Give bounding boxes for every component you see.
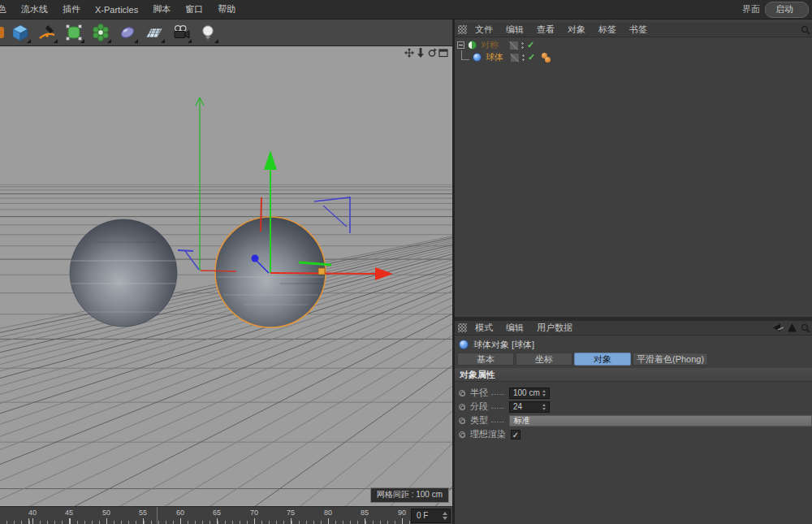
layer-swatch-icon[interactable]	[510, 41, 518, 50]
radius-spinner[interactable]	[541, 389, 547, 397]
right-panel: 文件 编辑 查看 对象 标签 书签 对称 ✓ 球体 ✓	[455, 19, 812, 524]
y-axis-arrowhead[interactable]	[264, 150, 277, 170]
orbit-icon[interactable]	[427, 48, 437, 58]
tree-branch-line	[461, 50, 469, 60]
current-frame-field[interactable]: 0 F	[411, 509, 451, 523]
menu-window[interactable]: 窗口	[178, 3, 210, 15]
type-dropdown[interactable]: 标准	[509, 415, 812, 427]
visibility-dots-icon[interactable]	[521, 41, 524, 49]
sphere-mirrored[interactable]	[70, 219, 177, 327]
dropdown-corner	[161, 39, 165, 43]
subdivision-surface-button[interactable]	[63, 22, 84, 43]
frame-marker[interactable]	[157, 507, 158, 524]
floor-button[interactable]	[144, 22, 165, 43]
dotted-leader	[491, 408, 504, 409]
panel-grid-icon[interactable]	[458, 25, 467, 34]
dropdown-corner	[134, 39, 138, 43]
dropdown-corner	[54, 39, 58, 43]
environment-button[interactable]	[117, 22, 138, 43]
panel-grid-icon[interactable]	[458, 323, 467, 332]
radius-value: 100 cm	[513, 388, 540, 397]
sphere-object-icon[interactable]	[473, 53, 482, 62]
menu-plugins[interactable]: 插件	[55, 3, 88, 15]
dropdown-corner	[188, 39, 192, 43]
attribute-manager-menubar: 模式 编辑 用户数据	[455, 321, 812, 336]
segments-value: 24	[513, 402, 522, 411]
ruler-tick-label: 45	[60, 509, 78, 517]
ruler-tick-label: 80	[319, 509, 337, 517]
om-menu-objects[interactable]: 对象	[561, 24, 592, 36]
am-menu-edit[interactable]: 编辑	[499, 322, 530, 334]
timeline-ruler[interactable]: 40 45 50 55 60 65 70 75 80 85 90	[0, 507, 410, 524]
dropdown-corner	[107, 39, 111, 43]
parent-up-icon[interactable]	[788, 323, 797, 332]
perspective-viewport[interactable]: 网格间距 : 100 cm	[0, 46, 452, 506]
dotted-leader	[491, 394, 504, 395]
tab-coordinates[interactable]: 坐标	[516, 353, 572, 366]
segments-input[interactable]: 24	[509, 401, 550, 413]
pan-icon[interactable]	[404, 48, 414, 58]
property-row-render-perfect: 理想渲染 ✓	[455, 427, 812, 441]
symmetry-object-icon[interactable]	[468, 41, 477, 50]
menu-xparticles[interactable]: X-Particles	[88, 5, 145, 15]
om-menu-bookmarks[interactable]: 书签	[623, 24, 654, 36]
collapse-toggle-icon[interactable]	[457, 41, 464, 49]
object-properties-header: 对象属性	[455, 368, 812, 382]
ruler-tick-label: 60	[171, 509, 189, 517]
menu-script[interactable]: 脚本	[145, 3, 178, 15]
tab-basic[interactable]: 基本	[457, 353, 514, 366]
ruler-tick-label: 40	[24, 509, 41, 517]
property-label: 类型	[470, 414, 488, 427]
clipped-tool-icon[interactable]	[0, 27, 4, 38]
object-manager-menubar: 文件 编辑 查看 对象 标签 书签	[455, 23, 812, 37]
search-icon[interactable]	[801, 323, 810, 333]
ruler-tick-label: 75	[282, 509, 300, 517]
om-menu-tags[interactable]: 标签	[592, 24, 623, 36]
enabled-checkmark[interactable]: ✓	[528, 52, 535, 63]
cube-primitive-button[interactable]	[10, 22, 31, 43]
spline-pen-button[interactable]	[37, 22, 58, 43]
ruler-tick-label: 65	[208, 509, 226, 517]
menu-help[interactable]: 帮助	[210, 3, 243, 15]
property-label: 理想渲染	[470, 428, 506, 440]
visibility-dots-icon[interactable]	[522, 54, 525, 61]
object-name[interactable]: 对称	[481, 39, 499, 51]
object-name[interactable]: 球体	[486, 51, 503, 63]
am-menu-userdata[interactable]: 用户数据	[530, 322, 579, 334]
om-menu-view[interactable]: 查看	[530, 24, 561, 36]
menu-pipeline[interactable]: 流水线	[14, 3, 55, 15]
keyframe-circle-icon[interactable]	[459, 418, 465, 424]
layer-swatch-icon[interactable]	[511, 54, 519, 62]
enabled-checkmark[interactable]: ✓	[527, 40, 534, 50]
light-button[interactable]	[197, 22, 218, 43]
search-icon[interactable]	[801, 25, 810, 35]
frame-spinner[interactable]	[442, 511, 448, 521]
property-label: 半径	[470, 387, 488, 399]
interface-layout-dropdown[interactable]: 启动	[765, 2, 809, 18]
keyframe-circle-icon[interactable]	[459, 404, 465, 410]
camera-button[interactable]	[171, 22, 192, 43]
am-menu-mode[interactable]: 模式	[469, 322, 499, 334]
property-row-segments: 分段 24	[455, 400, 812, 414]
toggle-view-icon[interactable]	[438, 48, 448, 58]
om-menu-file[interactable]: 文件	[469, 24, 499, 36]
attribute-object-title: 球体对象 [球体]	[455, 337, 812, 352]
tab-phong[interactable]: 平滑着色(Phong)	[633, 353, 708, 366]
radius-input[interactable]: 100 cm	[509, 388, 550, 399]
render-perfect-checkbox[interactable]: ✓	[511, 430, 520, 440]
mirror-plane-indicator	[314, 197, 350, 233]
dropdown-corner	[80, 39, 84, 43]
keyframe-circle-icon[interactable]	[459, 431, 465, 438]
x-axis-handle[interactable]	[318, 268, 325, 275]
orange-tag-icon[interactable]	[545, 57, 551, 63]
object-row-sphere[interactable]: 球体 ✓	[455, 51, 551, 63]
history-back-icon[interactable]	[773, 323, 784, 332]
menu-character[interactable]: 色	[0, 3, 14, 15]
deformer-button[interactable]	[90, 22, 111, 43]
keyframe-circle-icon[interactable]	[459, 390, 465, 396]
tab-object[interactable]: 对象	[574, 353, 631, 366]
property-row-type: 类型 标准	[455, 414, 812, 427]
dolly-icon[interactable]	[416, 48, 425, 58]
segments-spinner[interactable]	[541, 403, 547, 411]
om-menu-edit[interactable]: 编辑	[499, 24, 530, 36]
